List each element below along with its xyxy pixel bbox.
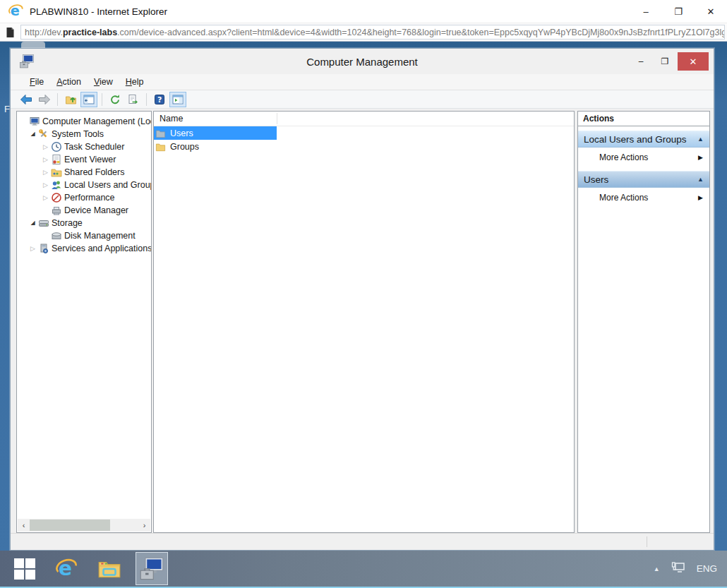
computer-icon xyxy=(28,116,41,127)
cm-minimize-button[interactable]: – xyxy=(630,52,652,71)
action-pane-toggle-button[interactable] xyxy=(169,92,186,107)
console-tree-toggle-button[interactable] xyxy=(80,92,97,107)
address-input[interactable]: http://dev.practice-labs.com/device-adva… xyxy=(20,25,725,40)
help-button[interactable]: ? xyxy=(151,92,168,107)
list-item-label: Groups xyxy=(170,142,199,152)
language-indicator[interactable]: ENG xyxy=(697,563,717,574)
tree-item-services-and-applications[interactable]: ▷ Services and Applications xyxy=(17,242,151,255)
browser-title: PLABWIN810 - Internet Explorer xyxy=(30,6,630,17)
scrollbar-thumb[interactable] xyxy=(30,520,110,531)
more-actions-item[interactable]: More Actions ▶ xyxy=(578,188,709,207)
desktop-icon-partial[interactable] xyxy=(21,42,45,48)
tree-item-disk-management[interactable]: Disk Management xyxy=(17,229,151,242)
list-item-label: Users xyxy=(170,128,193,138)
export-list-icon xyxy=(128,94,139,105)
export-list-button[interactable] xyxy=(125,92,142,107)
refresh-button[interactable] xyxy=(107,92,124,107)
cm-maximize-button[interactable]: ❐ xyxy=(654,52,676,71)
internet-explorer-icon: e xyxy=(56,558,78,580)
actions-section-local-users-and-groups[interactable]: Local Users and Groups ▲ xyxy=(578,131,709,148)
show-hidden-icons-button[interactable]: ▲ xyxy=(654,565,660,572)
tree-item-storage[interactable]: ◢ Storage xyxy=(17,217,151,229)
browser-titlebar: e PLABWIN810 - Internet Explorer – ❐ ✕ xyxy=(0,0,727,23)
url-prefix: http://dev. xyxy=(25,28,63,37)
list-item-users[interactable]: Users xyxy=(154,126,277,140)
tree-item-device-manager[interactable]: Device Manager xyxy=(17,204,151,217)
expanded-expander-icon[interactable]: ◢ xyxy=(28,217,37,229)
tree-horizontal-scrollbar[interactable]: ‹ › xyxy=(18,519,150,532)
tree-item-local-users-and-groups[interactable]: ▷ Local Users and Groups xyxy=(17,179,151,191)
expanded-expander-icon[interactable]: ◢ xyxy=(28,128,37,140)
tree-item-shared-folders[interactable]: ▷ Shared Folders xyxy=(17,166,151,179)
collapsed-expander-icon[interactable]: ▷ xyxy=(28,242,37,255)
cm-status-bar xyxy=(11,533,714,550)
cm-content: Computer Management (Local) ◢ System Too… xyxy=(11,109,714,533)
svg-text:?: ? xyxy=(157,95,162,104)
menu-action[interactable]: Action xyxy=(50,76,88,88)
tree-item-performance[interactable]: ▷ Performance xyxy=(17,191,151,204)
taskbar-file-explorer-button[interactable] xyxy=(93,552,126,585)
back-button[interactable] xyxy=(18,92,35,107)
menu-view[interactable]: View xyxy=(88,76,119,88)
page-icon xyxy=(5,27,16,38)
up-level-button[interactable] xyxy=(62,92,79,107)
list-item-groups[interactable]: Groups xyxy=(154,140,277,153)
browser-close-button[interactable]: ✕ xyxy=(695,0,727,23)
tree-item-label: Shared Folders xyxy=(63,167,124,177)
taskbar-computer-management-button[interactable] xyxy=(136,552,168,585)
collapsed-expander-icon[interactable]: ▷ xyxy=(41,166,50,179)
actions-section-users[interactable]: Users ▲ xyxy=(578,171,709,188)
system-tools-icon xyxy=(37,128,50,140)
cm-window-title: Computer Management xyxy=(11,56,714,68)
tree-item-label: Services and Applications xyxy=(50,244,152,253)
task-scheduler-icon xyxy=(50,141,63,152)
windows-logo-icon xyxy=(14,558,35,580)
toolbar-separator xyxy=(57,93,58,106)
shared-folders-icon xyxy=(50,167,63,178)
cm-titlebar[interactable]: Computer Management – ❐ ✕ xyxy=(11,49,714,74)
actions-section-label: Local Users and Groups xyxy=(584,134,687,145)
refresh-icon xyxy=(109,94,121,105)
column-divider[interactable] xyxy=(277,113,277,124)
scroll-right-arrow-icon[interactable]: › xyxy=(138,519,150,532)
scrollbar-track[interactable] xyxy=(30,519,138,532)
tree-item-task-scheduler[interactable]: ▷ Task Scheduler xyxy=(17,140,151,153)
collapsed-expander-icon[interactable]: ▷ xyxy=(41,153,50,166)
back-arrow-icon xyxy=(20,94,32,105)
forward-arrow-icon xyxy=(38,94,51,105)
tree-item-system-tools[interactable]: ◢ System Tools xyxy=(17,128,151,140)
network-status-icon[interactable] xyxy=(671,562,685,576)
actions-pane: Actions Local Users and Groups ▲ More Ac… xyxy=(577,111,710,533)
tree-item-computer-management[interactable]: Computer Management (Local) xyxy=(17,115,151,128)
tree-item-label: Performance xyxy=(63,193,115,203)
list-column-header[interactable]: Name xyxy=(154,112,574,126)
cm-toolbar: ? xyxy=(11,90,714,109)
console-tree-icon xyxy=(83,94,95,105)
collapsed-expander-icon[interactable]: ▷ xyxy=(41,191,50,204)
menu-file[interactable]: File xyxy=(23,76,50,88)
remote-desktop: F Computer Management – ❐ xyxy=(0,42,727,551)
more-actions-item[interactable]: More Actions ▶ xyxy=(578,148,709,167)
forward-button[interactable] xyxy=(36,92,53,107)
collapse-section-icon[interactable]: ▲ xyxy=(697,176,704,183)
scroll-left-arrow-icon[interactable]: ‹ xyxy=(18,519,30,532)
start-button[interactable] xyxy=(8,552,41,585)
folder-up-icon xyxy=(65,94,77,105)
browser-maximize-button[interactable]: ❐ xyxy=(662,0,695,23)
actions-section-label: Users xyxy=(584,174,608,185)
browser-minimize-button[interactable]: – xyxy=(630,0,662,23)
taskbar-internet-explorer-button[interactable]: e xyxy=(51,552,83,585)
console-tree-pane: Computer Management (Local) ◢ System Too… xyxy=(16,111,152,533)
collapsed-expander-icon[interactable]: ▷ xyxy=(41,140,50,153)
device-manager-icon xyxy=(50,205,63,216)
system-tray: ▲ ENG xyxy=(654,562,727,576)
disk-management-icon xyxy=(50,230,63,241)
collapsed-expander-icon[interactable]: ▷ xyxy=(41,179,50,191)
tree-item-event-viewer[interactable]: ▷ Event Viewer xyxy=(17,153,151,166)
collapse-section-icon[interactable]: ▲ xyxy=(697,136,704,143)
menu-help[interactable]: Help xyxy=(119,76,150,88)
tree-item-label: System Tools xyxy=(50,129,104,139)
cm-close-button[interactable]: ✕ xyxy=(678,52,709,71)
more-actions-label: More Actions xyxy=(599,193,648,203)
cm-window-controls: – ❐ ✕ xyxy=(630,52,709,71)
